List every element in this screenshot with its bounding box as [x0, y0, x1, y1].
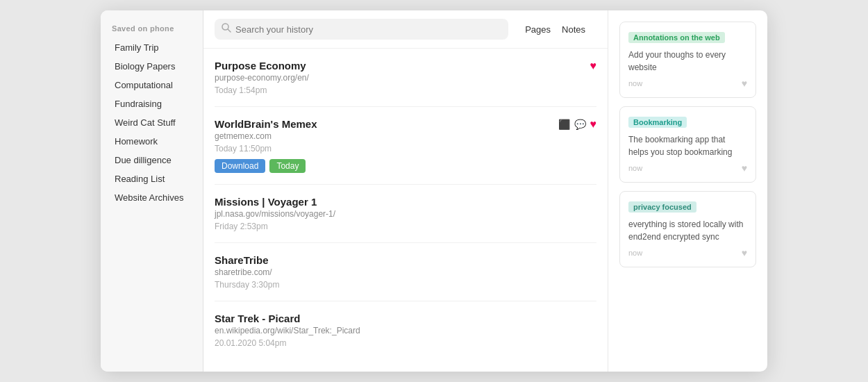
results-area: Purpose Economy purpose-economy.org/en/ …	[203, 49, 608, 372]
sidebar-item-fundraising[interactable]: Fundraising	[103, 94, 200, 113]
result-actions: ♥	[590, 60, 597, 72]
main-panel: Pages Notes Purpose Economy purpose-econ…	[203, 10, 608, 372]
promo-heart-icon[interactable]: ♥	[742, 163, 747, 174]
promo-badge: privacy focused	[628, 201, 696, 213]
sidebar-item-weird-cat-stuff[interactable]: Weird Cat Stuff	[103, 113, 200, 132]
table-row: ShareTribe sharetribe.com/ Thursday 3:30…	[215, 243, 596, 301]
promo-text: everything is stored locally with end2en…	[628, 218, 747, 243]
right-panel: Annotations on the web Add your thoughs …	[608, 10, 767, 372]
result-url: sharetribe.com/	[215, 267, 279, 277]
search-input-wrap	[215, 19, 508, 40]
sidebar-item-homework[interactable]: Homework	[103, 132, 200, 151]
heart-icon[interactable]: ♥	[590, 118, 597, 131]
result-date: Today 11:50pm	[215, 144, 317, 153]
table-row: Purpose Economy purpose-economy.org/en/ …	[215, 49, 596, 107]
sidebar-item-due-dilligence[interactable]: Due dilligence	[103, 151, 200, 169]
result-url: purpose-economy.org/en/	[215, 73, 309, 83]
promo-time: now ♥	[628, 247, 747, 258]
result-title: WorldBrain's Memex	[215, 118, 317, 130]
promo-badge: Annotations on the web	[628, 32, 725, 43]
result-title: Star Trek - Picard	[215, 313, 360, 324]
result-url: getmemex.com	[215, 131, 317, 141]
promo-time: now ♥	[628, 163, 747, 174]
sidebar-item-website-archives[interactable]: Website Archives	[103, 188, 200, 207]
promo-card-privacy: privacy focused everything is stored loc…	[619, 191, 756, 267]
result-date: Thursday 3:30pm	[215, 280, 279, 290]
promo-card-bookmarking: Bookmarking The bookmarking app that hel…	[619, 106, 756, 183]
search-icon	[222, 23, 231, 35]
result-actions: ⬛ 💬 ♥	[558, 118, 597, 131]
table-row: Missions | Voyager 1 jpl.nasa.gov/missio…	[215, 185, 596, 243]
sidebar-item-family-trip[interactable]: Family Trip	[103, 38, 200, 57]
sidebar-item-reading-list[interactable]: Reading List	[103, 169, 200, 188]
sidebar-item-biology-papers[interactable]: Biology Papers	[103, 57, 200, 76]
chat-icon: 💬	[574, 119, 586, 130]
result-url: en.wikipedia.org/wiki/Star_Trek:_Picard	[215, 326, 360, 335]
tab-notes[interactable]: Notes	[562, 23, 585, 36]
promo-time: now ♥	[628, 78, 747, 89]
promo-heart-icon[interactable]: ♥	[742, 78, 747, 89]
tab-pages[interactable]: Pages	[525, 23, 551, 36]
result-date: Today 1:54pm	[215, 85, 309, 95]
result-title: ShareTribe	[215, 254, 279, 266]
heart-icon[interactable]: ♥	[590, 60, 597, 72]
result-date: Friday 2:53pm	[215, 222, 335, 231]
search-input[interactable]	[235, 24, 501, 35]
bubble-icon: ⬛	[558, 119, 570, 130]
sidebar-item-computational[interactable]: Computational	[103, 76, 200, 94]
sidebar-section-label: Saved on phone	[101, 22, 203, 38]
search-bar: Pages Notes	[203, 10, 608, 49]
result-title: Missions | Voyager 1	[215, 196, 335, 208]
result-date: 20.01.2020 5:04pm	[215, 338, 360, 348]
download-button[interactable]: Download	[215, 159, 265, 173]
promo-card-annotations: Annotations on the web Add your thoughs …	[619, 22, 756, 98]
today-button[interactable]: Today	[269, 159, 306, 173]
sidebar: Saved on phone Family Trip Biology Paper…	[101, 10, 203, 372]
result-url: jpl.nasa.gov/missions/voyager-1/	[215, 209, 335, 219]
table-row: Star Trek - Picard en.wikipedia.org/wiki…	[215, 301, 596, 359]
result-title: Purpose Economy	[215, 60, 309, 72]
promo-heart-icon[interactable]: ♥	[742, 247, 747, 258]
table-row: WorldBrain's Memex getmemex.com Today 11…	[215, 107, 596, 185]
promo-badge: Bookmarking	[628, 117, 687, 128]
tabs: Pages Notes	[514, 23, 596, 36]
promo-text: Add your thoughs to every website	[628, 49, 747, 74]
promo-text: The bookmarking app that helps you stop …	[628, 133, 747, 158]
svg-line-1	[228, 29, 231, 32]
